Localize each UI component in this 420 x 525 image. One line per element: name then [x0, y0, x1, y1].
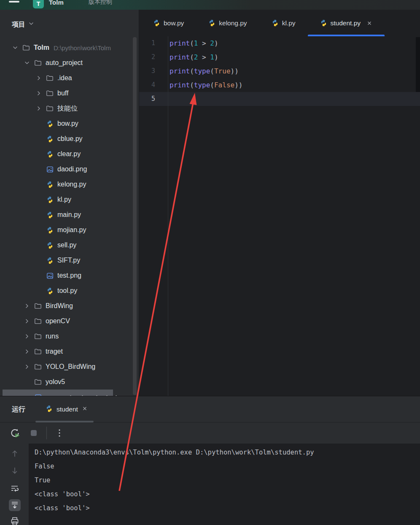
tree-item-mojian.py[interactable]: mojian.py [0, 222, 139, 238]
tree-item-BirdWing[interactable]: BirdWing [0, 298, 139, 314]
chevron-right-icon[interactable] [23, 303, 31, 309]
code-line: print(2 > 1) [170, 50, 242, 64]
chevron-right-icon[interactable] [23, 318, 31, 325]
rerun-icon[interactable] [9, 427, 21, 439]
code-token: 1 [194, 39, 198, 47]
code-token: > [198, 39, 210, 47]
tree-item-kl.py[interactable]: kl.py [0, 192, 139, 207]
tree-item-main.py[interactable]: main.py [0, 207, 139, 222]
print-icon[interactable] [9, 515, 21, 525]
python-file-icon [46, 257, 54, 264]
editor-tab-kl.py[interactable]: kl.py [259, 10, 308, 36]
tree-item-技能位[interactable]: 技能位 [0, 101, 139, 116]
tree-item-tool.py[interactable]: tool.py [0, 283, 139, 298]
chevron-spacer [35, 227, 43, 233]
code-editor[interactable]: print(1 > 2)print(2 > 1)print(type(True)… [170, 36, 242, 106]
chevron-right-icon[interactable] [23, 333, 31, 340]
tree-item-test.png[interactable]: test.png [0, 268, 139, 283]
editor-area: bow.pykelong.pykl.pystudent.py 12345 pri… [139, 10, 420, 396]
chevron-right-icon[interactable] [35, 105, 43, 112]
chevron-spacer [35, 211, 43, 218]
hamburger-menu-icon[interactable] [9, 0, 20, 8]
python-file-icon [46, 135, 54, 143]
title-project-name[interactable]: Tolm [49, 0, 64, 6]
tree-item-daodi.png[interactable]: daodi.png [0, 162, 139, 177]
tree-item-buff[interactable]: buff [0, 86, 139, 101]
scroll-to-end-icon[interactable] [9, 499, 21, 511]
tab-label: kl.py [282, 19, 296, 27]
python-file-icon [46, 226, 54, 234]
code-token: print [170, 53, 190, 61]
tree-item-Tolm[interactable]: TolmD:\python\work\Tolm [0, 40, 139, 55]
tree-scrollbar[interactable] [133, 37, 137, 395]
code-token: ( [190, 81, 194, 89]
chevron-right-icon[interactable] [35, 75, 43, 81]
tree-item-SIFT.py[interactable]: SIFT.py [0, 253, 139, 268]
tree-item-bow.py[interactable]: bow.py [0, 116, 139, 131]
folder-icon [34, 363, 42, 371]
chevron-spacer [35, 151, 43, 157]
tree-item-label: Tolm [34, 44, 49, 51]
title-vcs-menu[interactable]: 版本控制 [89, 0, 112, 6]
toolbar-separator [46, 427, 47, 439]
tree-item-yolov5[interactable]: yolov5 [0, 374, 139, 390]
code-token: False [214, 81, 234, 89]
tree-item-hidden[interactable] [0, 390, 139, 396]
code-token: 1 [210, 53, 214, 61]
chevron-right-icon[interactable] [23, 348, 31, 355]
editor-tab-student.py[interactable]: student.py [308, 10, 385, 36]
tree-item-openCV[interactable]: openCV [0, 314, 139, 329]
more-options-icon[interactable] [54, 427, 65, 439]
tree-item-label: openCV [46, 317, 70, 325]
editor-tab-kelong.py[interactable]: kelong.py [196, 10, 259, 36]
tree-item-YOLO_BirdWing[interactable]: YOLO_BirdWing [0, 359, 139, 374]
scroll-up-icon[interactable] [9, 448, 21, 460]
code-token: ( [190, 53, 194, 61]
image-file-icon [46, 272, 54, 279]
chevron-spacer [35, 287, 43, 294]
app-icon[interactable]: T [33, 0, 44, 8]
folder-icon [34, 378, 42, 386]
code-token: ( [190, 67, 194, 75]
editor-scrollbar[interactable] [416, 37, 420, 92]
chevron-spacer [35, 242, 43, 249]
folder-icon [46, 105, 54, 112]
tree-item-runs[interactable]: runs [0, 329, 139, 344]
run-panel-header: 运行 student [0, 396, 420, 422]
tree-item-clear.py[interactable]: clear.py [0, 146, 139, 162]
tree-item-cblue.py[interactable]: cblue.py [0, 131, 139, 146]
chevron-down-icon[interactable] [23, 60, 31, 66]
run-tab-label: student [57, 406, 78, 413]
console-line: <class 'bool'> [35, 501, 314, 515]
run-panel-title: 运行 [12, 396, 25, 422]
python-file-icon [46, 241, 54, 249]
code-token: True [214, 67, 231, 75]
project-panel-header[interactable]: 项目 [12, 17, 35, 32]
tree-item-label: yolov5 [46, 378, 65, 386]
run-tab-student[interactable]: student [35, 396, 94, 422]
code-token: print [170, 81, 190, 89]
tree-item-kelong.py[interactable]: kelong.py [0, 177, 139, 192]
python-file-icon [153, 19, 160, 27]
title-bar: T Tolm 版本控制 [0, 0, 420, 10]
python-file-icon [46, 196, 54, 203]
soft-wrap-icon[interactable] [9, 482, 21, 494]
editor-tab-bow.py[interactable]: bow.py [141, 10, 196, 36]
tab-label: student.py [331, 19, 361, 27]
chevron-spacer [35, 166, 43, 173]
python-file-icon [46, 287, 54, 295]
tree-item-auto_project[interactable]: auto_project [0, 55, 139, 70]
close-icon[interactable] [366, 20, 372, 26]
chevron-down-icon [28, 20, 35, 29]
console-output-area[interactable]: D:\python\Anaconda3\envs\Tolm\python.exe… [29, 444, 420, 525]
chevron-right-icon[interactable] [35, 90, 43, 97]
tree-item-.idea[interactable]: .idea [0, 70, 139, 86]
tree-item-sell.py[interactable]: sell.py [0, 238, 139, 253]
chevron-down-icon[interactable] [11, 44, 19, 51]
tree-item-traget[interactable]: traget [0, 344, 139, 359]
stop-icon[interactable] [28, 427, 40, 439]
close-icon[interactable] [82, 406, 88, 413]
scroll-down-icon[interactable] [9, 465, 21, 476]
chevron-right-icon[interactable] [23, 363, 31, 370]
run-toolbar [0, 422, 420, 444]
